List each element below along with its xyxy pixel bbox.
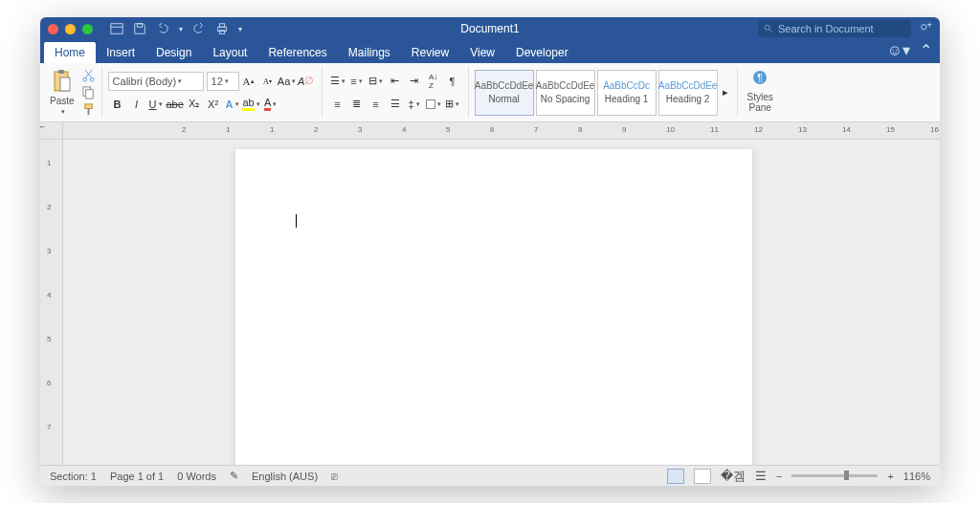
window-menu-icon[interactable]	[110, 22, 123, 35]
style-heading-1[interactable]: AaBbCcDc Heading 1	[597, 70, 657, 116]
styles-pane-button[interactable]: ¶ Styles Pane	[744, 67, 777, 118]
align-center-button[interactable]: ≣	[347, 95, 367, 114]
text-effects-button[interactable]: A▾	[223, 95, 242, 114]
page[interactable]	[235, 149, 752, 465]
shading-button[interactable]: ▾	[424, 95, 443, 114]
decrease-indent-button[interactable]: ⇤	[386, 72, 405, 91]
style-normal[interactable]: AaBbCcDdEe Normal	[475, 70, 534, 116]
align-left-button[interactable]: ≡	[328, 95, 347, 114]
paragraph-group: ☰▾ ≡▾ ⊟▾ ⇤ ⇥ A↓Z ¶ ≡ ≣ ≡ ☰ ‡▾ ▾ ⊞▾	[328, 67, 469, 118]
svg-rect-16	[85, 90, 93, 99]
svg-line-7	[769, 30, 772, 33]
svg-rect-11	[58, 70, 64, 74]
shrink-font-button[interactable]: A▾	[258, 72, 278, 91]
font-family-select[interactable]: Calibri (Body)▾	[108, 72, 204, 91]
ruler-corner: ⌐	[40, 122, 63, 139]
svg-text:¶: ¶	[758, 73, 763, 83]
tab-view[interactable]: View	[459, 42, 505, 63]
status-language[interactable]: English (AUS)	[252, 471, 318, 482]
quick-access-toolbar: ▾ ▾	[110, 22, 242, 35]
tab-layout[interactable]: Layout	[202, 42, 257, 63]
style-no-spacing[interactable]: AaBbCcDdEe No Spacing	[536, 70, 595, 116]
zoom-level[interactable]: 116%	[903, 471, 930, 482]
clear-formatting-button[interactable]: A∅	[297, 72, 316, 91]
vertical-ruler[interactable]: 1234567	[40, 140, 63, 465]
font-size-select[interactable]: 12▾	[207, 72, 239, 91]
highlight-button[interactable]: ab▾	[242, 95, 261, 114]
bold-button[interactable]: B	[108, 95, 127, 114]
styles-more-button[interactable]: ▸	[720, 70, 731, 116]
styles-pane-icon: ¶	[751, 69, 768, 90]
svg-rect-4	[219, 24, 224, 28]
workspace: 1234567	[40, 140, 940, 465]
undo-dropdown-icon[interactable]: ▾	[179, 25, 183, 33]
tab-design[interactable]: Design	[145, 42, 202, 63]
close-window-button[interactable]	[48, 24, 58, 34]
spellcheck-icon[interactable]: ✎	[230, 470, 238, 482]
ribbon: Paste ▾ Calibri (Body)▾ 12▾ A▴ A▾ Aa▾ A∅	[40, 63, 940, 122]
line-spacing-button[interactable]: ‡▾	[405, 95, 424, 114]
format-painter-icon[interactable]	[81, 102, 96, 117]
font-group: Calibri (Body)▾ 12▾ A▴ A▾ Aa▾ A∅ B I U▾ …	[108, 67, 323, 118]
italic-button[interactable]: I	[127, 95, 146, 114]
underline-button[interactable]: U▾	[146, 95, 166, 114]
print-icon[interactable]	[215, 22, 229, 35]
increase-indent-button[interactable]: ⇥	[405, 72, 424, 91]
tab-developer[interactable]: Developer	[505, 42, 579, 63]
document-title: Document1	[460, 22, 519, 35]
print-layout-view-button[interactable]	[667, 469, 684, 484]
tab-home[interactable]: Home	[44, 42, 96, 63]
status-words[interactable]: 0 Words	[177, 471, 216, 482]
ribbon-tabs: Home Insert Design Layout References Mai…	[40, 40, 940, 63]
undo-icon[interactable]	[156, 22, 169, 35]
cut-icon[interactable]	[81, 68, 96, 82]
status-page[interactable]: Page 1 of 1	[110, 471, 164, 482]
feedback-icon[interactable]: ☺▾	[887, 41, 910, 59]
zoom-in-button[interactable]: +	[887, 471, 893, 482]
style-heading-2[interactable]: AaBbCcDdEe Heading 2	[658, 70, 718, 116]
zoom-slider[interactable]	[791, 474, 878, 477]
tab-mailings[interactable]: Mailings	[338, 42, 401, 63]
superscript-button[interactable]: X²	[204, 95, 223, 114]
search-placeholder: Search in Document	[778, 23, 874, 34]
focus-view-button[interactable]: �겜	[721, 468, 746, 485]
numbering-button[interactable]: ≡▾	[347, 72, 367, 91]
sort-button[interactable]: A↓Z	[424, 72, 443, 91]
save-icon[interactable]	[133, 22, 146, 35]
horizontal-ruler[interactable]: ⌐ 21123456789101112131415161718	[40, 122, 940, 140]
tab-insert[interactable]: Insert	[96, 42, 145, 63]
web-layout-view-button[interactable]	[694, 469, 711, 484]
status-section[interactable]: Section: 1	[50, 471, 97, 482]
tab-references[interactable]: References	[257, 42, 337, 63]
minimize-window-button[interactable]	[65, 24, 76, 34]
grow-font-button[interactable]: A▴	[239, 72, 258, 91]
strikethrough-button[interactable]: abe	[166, 95, 185, 114]
align-right-button[interactable]: ≡	[367, 95, 386, 114]
subscript-button[interactable]: X₂	[185, 95, 204, 114]
multilevel-list-button[interactable]: ⊟▾	[367, 72, 386, 91]
collapse-ribbon-icon[interactable]: ⌃	[920, 41, 932, 59]
macro-icon[interactable]: ⎚	[331, 471, 338, 482]
redo-icon[interactable]	[192, 22, 206, 35]
change-case-button[interactable]: Aa▾	[278, 72, 297, 91]
paste-button[interactable]: Paste ▾	[46, 67, 78, 118]
zoom-out-button[interactable]: −	[776, 471, 782, 482]
clipboard-group: Paste ▾	[46, 67, 102, 118]
search-icon	[764, 24, 773, 33]
show-marks-button[interactable]: ¶	[443, 72, 462, 91]
tab-review[interactable]: Review	[401, 42, 459, 63]
text-cursor	[296, 214, 297, 228]
svg-rect-17	[84, 104, 92, 109]
justify-button[interactable]: ☰	[386, 95, 405, 114]
print-dropdown-icon[interactable]: ▾	[238, 25, 242, 33]
font-color-button[interactable]: A▾	[261, 95, 280, 114]
borders-button[interactable]: ⊞▾	[443, 95, 462, 114]
search-input[interactable]: Search in Document	[758, 20, 911, 37]
document-area[interactable]	[63, 140, 940, 465]
copy-icon[interactable]	[81, 85, 96, 99]
fullscreen-window-button[interactable]	[82, 24, 93, 34]
bullets-button[interactable]: ☰▾	[328, 72, 347, 91]
outline-view-button[interactable]: ☰	[755, 469, 767, 483]
chevron-down-icon: ▾	[61, 108, 65, 116]
share-icon[interactable]: +	[919, 22, 932, 35]
